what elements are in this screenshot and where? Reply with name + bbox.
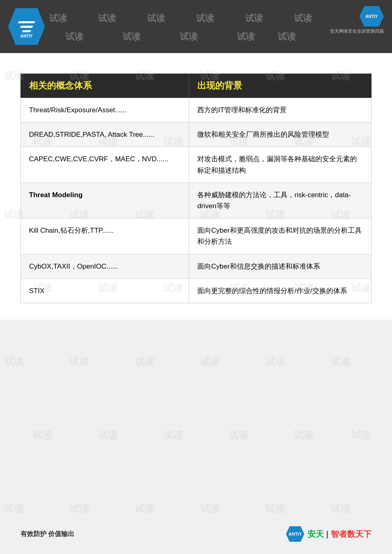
table-row: CybOX,TAXII，OpenIOC......面向Cyber和信息交换的描述… [21, 254, 372, 278]
top-right-icon: ANTIY [359, 6, 384, 27]
footer: 有效防护 价值输出 ANTIY 安天 | 智者数天下 [0, 526, 392, 542]
table-header-row: 相关的概念体系 出现的背景 [21, 74, 372, 98]
table-cell-left: STIX [21, 278, 189, 303]
logo: ANTIY [8, 8, 45, 45]
col1-header: 相关的概念体系 [21, 74, 189, 98]
footer-right: ANTIY 安天 | 智者数天下 [286, 526, 372, 542]
footer-logo-hex: ANTIY [286, 526, 304, 542]
table-row: Kill Chain,钻石分析,TTP......面向Cyber和更高强度的攻击… [21, 218, 372, 254]
table-cell-right: 对攻击模式，脆弱点，漏洞等各种基础的安全元素的标定和描述结构 [189, 147, 372, 182]
table-row: Threat Modeling各种威胁建模的方法论，工具，risk-centri… [21, 182, 372, 218]
top-right-logo: ANTIY 安天网络安全全训营第四届 [330, 6, 384, 34]
table-cell-left: Threat/Risk/Exposure/Asset...... [21, 98, 189, 122]
table-cell-right: 微软和相关安全厂商所推出的风险管理模型 [189, 122, 372, 147]
logo-text: ANTIY [20, 34, 33, 38]
table-cell-right: 面向更完整的综合性的情报分析/作业/交换的体系 [189, 278, 372, 303]
table-row: CAPEC,CWE,CVE,CVRF，MAEC，NVD......对攻击模式，脆… [21, 147, 372, 182]
top-right-label: 安天网络安全全训营第四届 [330, 28, 384, 34]
table-cell-left: CybOX,TAXII，OpenIOC...... [21, 254, 189, 278]
table-row: STIX面向更完整的综合性的情报分析/作业/交换的体系 [21, 278, 372, 303]
table-cell-left: Threat Modeling [21, 182, 189, 218]
table-row: Threat/Risk/Exposure/Asset......西方的IT管理和… [21, 98, 372, 122]
table-row: DREAD,STRIDE,PASTA, Attack Tree......微软和… [21, 122, 372, 147]
footer-left-text: 有效防护 价值输出 [20, 530, 74, 538]
footer-brand: 安天 | 智者数天下 [307, 529, 372, 540]
table-cell-left: CAPEC,CWE,CVE,CVRF，MAEC，NVD...... [21, 147, 189, 182]
table-cell-left: DREAD,STRIDE,PASTA, Attack Tree...... [21, 122, 189, 147]
table-cell-right: 各种威胁建模的方法论，工具，risk-centric，data-driven等等 [189, 182, 372, 218]
table-cell-right: 面向Cyber和更高强度的攻击和对抗的场景的分析工具和分析方法 [189, 218, 372, 254]
main-content: 相关的概念体系 出现的背景 Threat/Risk/Exposure/Asset… [0, 53, 392, 320]
col2-header: 出现的背景 [189, 74, 372, 98]
header: 试读 试读 试读 试读 试读 试读 试读 试读 试读 试读 试读 ANTIY A… [0, 0, 392, 53]
table-cell-right: 西方的IT管理和标准化的背景 [189, 98, 372, 122]
table-cell-right: 面向Cyber和信息交换的描述和标准体系 [189, 254, 372, 278]
concept-table: 相关的概念体系 出现的背景 Threat/Risk/Exposure/Asset… [20, 73, 372, 303]
table-cell-left: Kill Chain,钻石分析,TTP...... [21, 218, 189, 254]
